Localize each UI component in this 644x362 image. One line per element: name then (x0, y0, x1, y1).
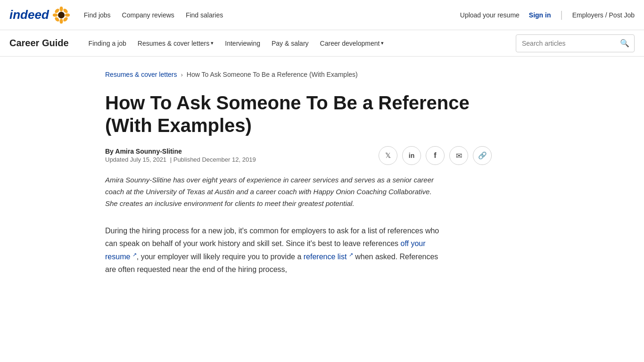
indeed-logo[interactable]: indeed (9, 7, 70, 24)
career-dropdown-icon: ▾ (381, 40, 384, 46)
email-icon: ✉ (456, 151, 462, 160)
search-input[interactable] (516, 40, 615, 47)
author-dates: Updated July 15, 2021 | Published Decemb… (105, 156, 256, 163)
career-development-link[interactable]: Career development ▾ (315, 37, 389, 50)
svg-point-9 (58, 12, 64, 18)
breadcrumb: Resumes & cover letters › How To Ask Som… (105, 71, 539, 78)
svg-point-2 (59, 18, 63, 24)
pay-salary-link[interactable]: Pay & salary (267, 37, 314, 50)
svg-point-4 (65, 13, 70, 16)
author-info: By Amira Sounny-Slitine Updated July 15,… (105, 148, 256, 164)
body-text-1: During the hiring process for a new job,… (105, 227, 439, 247)
link-icon: 🔗 (478, 151, 487, 160)
external-link-icon-2: ↗ (349, 252, 353, 257)
article-paragraph-1: During the hiring process for a new job,… (105, 224, 445, 276)
interviewing-link[interactable]: Interviewing (220, 37, 265, 50)
copy-link-button[interactable]: 🔗 (473, 146, 492, 165)
reference-list-link-text: reference list (304, 253, 347, 261)
article-body: During the hiring process for a new job,… (105, 224, 445, 276)
author-name: By Amira Sounny-Slitine (105, 148, 256, 155)
find-salaries-link[interactable]: Find salaries (186, 11, 223, 19)
linkedin-icon: in (409, 152, 414, 159)
external-link-icon-1: ↗ (132, 252, 137, 257)
updated-date: Updated July 15, 2021 (105, 156, 166, 163)
find-jobs-link[interactable]: Find jobs (84, 11, 111, 19)
svg-point-1 (59, 7, 63, 12)
logo-text: indeed (9, 8, 49, 22)
finding-a-job-link[interactable]: Finding a job (84, 37, 131, 50)
main-content: Resumes & cover letters › How To Ask Som… (86, 57, 558, 290)
article-title: How To Ask Someone To Be a Reference (Wi… (105, 91, 492, 137)
nav-divider: | (561, 9, 563, 20)
career-guide-navigation: Career Guide Finding a job Resumes & cov… (0, 30, 644, 57)
search-icon: 🔍 (620, 39, 629, 47)
published-date: | Published December 12, 2019 (170, 156, 256, 163)
upload-resume-link[interactable]: Upload your resume (460, 11, 520, 19)
sunflower-icon (53, 7, 70, 24)
reference-list-link[interactable]: reference list ↗ (304, 253, 353, 261)
employers-link[interactable]: Employers / Post Job (572, 11, 635, 19)
top-nav-right: Upload your resume Sign in | Employers /… (460, 9, 635, 20)
breadcrumb-parent-link[interactable]: Resumes & cover letters (105, 71, 177, 78)
company-reviews-link[interactable]: Company reviews (122, 11, 174, 19)
breadcrumb-chevron: › (181, 71, 183, 78)
social-icons: 𝕏 in f ✉ 🔗 (379, 146, 492, 165)
resumes-cover-letters-link[interactable]: Resumes & cover letters ▾ (133, 37, 219, 50)
top-nav-links: Find jobs Company reviews Find salaries (84, 11, 460, 19)
facebook-icon: f (434, 151, 436, 160)
career-guide-links: Finding a job Resumes & cover letters ▾ … (84, 37, 516, 50)
twitter-icon: 𝕏 (385, 151, 391, 160)
email-share-button[interactable]: ✉ (449, 146, 468, 165)
search-button[interactable]: 🔍 (615, 39, 634, 48)
facebook-share-button[interactable]: f (426, 146, 445, 165)
linkedin-share-button[interactable]: in (402, 146, 421, 165)
search-area: 🔍 (516, 34, 635, 52)
body-text-2: , your employer will likely require you … (137, 253, 304, 261)
career-guide-title: Career Guide (9, 38, 69, 49)
svg-point-3 (53, 13, 58, 16)
twitter-share-button[interactable]: 𝕏 (379, 146, 397, 165)
top-navigation: indeed Find jobs Company reviews Find sa… (0, 0, 644, 30)
author-bio: Amira Sounny-Slitine has over eight year… (105, 174, 435, 209)
resumes-dropdown-icon: ▾ (211, 40, 214, 46)
breadcrumb-current: How To Ask Someone To Be a Reference (Wi… (187, 71, 358, 78)
author-social-row: By Amira Sounny-Slitine Updated July 15,… (105, 146, 492, 165)
sign-in-link[interactable]: Sign in (529, 11, 551, 19)
